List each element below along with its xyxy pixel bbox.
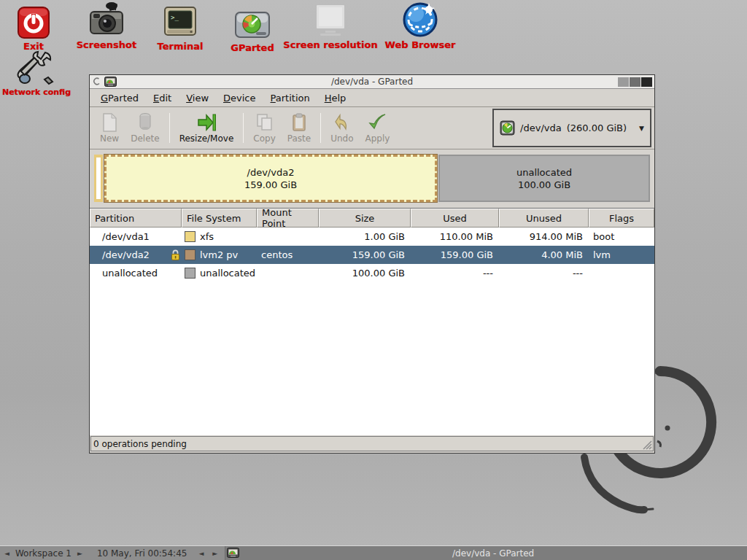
col-unused: Unused bbox=[499, 209, 589, 228]
menu-help[interactable]: Help bbox=[318, 90, 353, 106]
desktop-icon-web-browser[interactable]: Web Browser bbox=[379, 1, 461, 50]
minimize-button[interactable] bbox=[618, 77, 629, 87]
cell-partition: unallocated bbox=[90, 264, 182, 282]
window-next-icon[interactable]: ► bbox=[208, 550, 222, 557]
desktop-icon-label: Network config bbox=[2, 88, 71, 97]
fs-color-swatch bbox=[185, 231, 196, 242]
window-titlebar[interactable]: /dev/vda - GParted bbox=[90, 75, 654, 89]
partition-visual-bar: /dev/vda2 159.00 GiB unallocated 100.00 … bbox=[90, 149, 654, 208]
task-title: /dev/vda - GParted bbox=[239, 548, 747, 559]
cell-used: --- bbox=[411, 264, 499, 282]
globe-icon bbox=[402, 1, 438, 38]
delete-partition-icon bbox=[138, 113, 152, 132]
desktop-icon-terminal[interactable]: >_ Terminal bbox=[150, 3, 211, 52]
menu-gparted[interactable]: GParted bbox=[94, 90, 145, 106]
table-empty-area bbox=[90, 282, 654, 435]
cell-filesystem: lvm2 pv bbox=[182, 246, 257, 264]
table-row-unallocated[interactable]: unallocated unallocated 100.00 GiB --- -… bbox=[90, 264, 654, 282]
paste-icon bbox=[291, 113, 307, 132]
workspace-label[interactable]: Workspace 1 bbox=[14, 548, 73, 559]
camera-icon bbox=[88, 1, 125, 38]
undo-icon bbox=[334, 113, 350, 132]
col-used: Used bbox=[411, 209, 499, 228]
toolbar: New Delete Resize/Move Copy bbox=[90, 107, 654, 149]
table-row-vda1[interactable]: /dev/vda1 xfs 1.00 GiB 110.00 MiB 914.00… bbox=[90, 228, 654, 246]
window-title: /dev/vda - GParted bbox=[90, 77, 654, 87]
desktop-icon-gparted[interactable]: GParted bbox=[223, 4, 282, 53]
menubar: GParted Edit View Device Partition Help bbox=[90, 89, 654, 107]
gparted-task-icon bbox=[227, 548, 239, 559]
clock: 10 May, Fri 00:54:45 bbox=[96, 548, 189, 559]
desktop-icon-label: Screen resolution bbox=[283, 39, 377, 50]
copy-button[interactable]: Copy bbox=[247, 109, 281, 147]
col-mountpoint: Mount Point bbox=[257, 209, 319, 228]
cell-used: 110.00 MiB bbox=[411, 228, 499, 246]
svg-text:>_: >_ bbox=[171, 14, 179, 21]
taskbar-item-gparted[interactable]: /dev/vda - GParted bbox=[225, 546, 747, 560]
resize-grip[interactable] bbox=[642, 440, 652, 450]
window-prev-icon[interactable]: ◄ bbox=[194, 550, 208, 557]
cell-flags: lvm bbox=[589, 246, 654, 264]
lock-icon bbox=[171, 249, 180, 260]
resize-move-button[interactable]: Resize/Move bbox=[174, 109, 240, 147]
cell-unused: 914.00 MiB bbox=[499, 228, 589, 246]
visual-block-vda1[interactable] bbox=[94, 155, 103, 202]
cell-size: 1.00 GiB bbox=[319, 228, 411, 246]
gparted-disk-icon bbox=[234, 4, 271, 41]
desktop-icon-label: Web Browser bbox=[385, 39, 456, 50]
visual-partition-name: unallocated bbox=[516, 166, 572, 179]
close-button[interactable] bbox=[641, 77, 652, 87]
visual-block-vda2-selected[interactable]: /dev/vda2 159.00 GiB bbox=[104, 155, 437, 202]
pending-operations-text: 0 operations pending bbox=[93, 439, 187, 449]
statusbar: 0 operations pending bbox=[90, 436, 654, 451]
cell-partition: /dev/vda2 bbox=[90, 246, 182, 264]
cell-mountpoint: centos bbox=[257, 246, 319, 264]
taskbar: ◄ Workspace 1 ► 10 May, Fri 00:54:45 ◄ ►… bbox=[0, 545, 747, 560]
exit-icon bbox=[17, 3, 50, 39]
new-button[interactable]: New bbox=[94, 109, 125, 147]
menu-edit[interactable]: Edit bbox=[147, 90, 178, 106]
apply-button[interactable]: Apply bbox=[360, 109, 396, 147]
paste-button[interactable]: Paste bbox=[282, 109, 317, 147]
device-size: (260.00 GiB) bbox=[567, 122, 627, 133]
cell-used: 159.00 GiB bbox=[411, 246, 499, 264]
fs-color-swatch bbox=[185, 249, 196, 260]
desktop-icon-label: Screenshot bbox=[77, 39, 137, 50]
cell-unused: --- bbox=[499, 264, 589, 282]
chevron-down-icon[interactable]: ▼ bbox=[632, 122, 646, 135]
device-name: /dev/vda bbox=[520, 122, 562, 133]
desktop-icon-label: Terminal bbox=[158, 41, 204, 52]
visual-partition-name: /dev/vda2 bbox=[247, 166, 295, 179]
undo-button[interactable]: Undo bbox=[325, 109, 359, 147]
fs-color-swatch bbox=[185, 268, 196, 279]
cell-size: 100.00 GiB bbox=[319, 264, 411, 282]
delete-button[interactable]: Delete bbox=[125, 109, 165, 147]
col-size: Size bbox=[319, 209, 411, 228]
menu-partition[interactable]: Partition bbox=[264, 90, 317, 106]
desktop-icon-screenshot[interactable]: Screenshot bbox=[70, 1, 143, 50]
workspace-prev-icon[interactable]: ◄ bbox=[0, 550, 14, 557]
cell-unused: 4.00 MiB bbox=[499, 246, 589, 264]
gparted-app-icon bbox=[104, 77, 117, 87]
cell-filesystem: xfs bbox=[182, 228, 257, 246]
resize-move-icon bbox=[196, 113, 217, 132]
table-header: Partition File System Mount Point Size U… bbox=[90, 209, 654, 228]
visual-block-unallocated[interactable]: unallocated 100.00 GiB bbox=[438, 155, 650, 202]
new-partition-icon bbox=[101, 113, 117, 132]
menu-device[interactable]: Device bbox=[217, 90, 262, 106]
maximize-button[interactable] bbox=[630, 77, 640, 87]
apply-check-icon bbox=[368, 113, 387, 132]
cell-flags bbox=[589, 264, 654, 282]
table-row-vda2[interactable]: /dev/vda2 lvm2 pv centos 159.00 GiB 159.… bbox=[90, 246, 654, 264]
desktop-icon-network-config[interactable]: Network config bbox=[1, 50, 71, 97]
col-filesystem: File System bbox=[182, 209, 257, 228]
device-selector[interactable]: /dev/vda (260.00 GiB) ▼ bbox=[492, 109, 651, 147]
desktop-icon-exit[interactable]: Exit bbox=[10, 3, 57, 52]
workspace-next-icon[interactable]: ► bbox=[73, 550, 87, 557]
toolbar-separator bbox=[243, 113, 244, 143]
cell-size: 159.00 GiB bbox=[319, 246, 411, 264]
menu-view[interactable]: View bbox=[179, 90, 215, 106]
desktop-icon-screen-resolution[interactable]: Screen resolution bbox=[285, 1, 376, 50]
debian-swirl-icon bbox=[92, 77, 101, 87]
cell-mountpoint bbox=[257, 228, 319, 246]
